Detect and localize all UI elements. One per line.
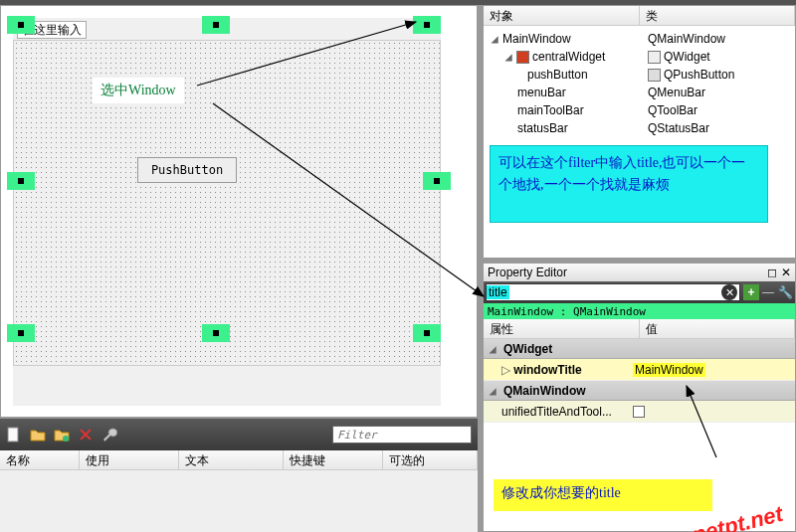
unpin-icon[interactable]: ◻ xyxy=(767,266,777,279)
selected-object-label: MainWindow : QMainWindow xyxy=(484,303,795,319)
wrench-icon[interactable] xyxy=(101,427,117,443)
button-icon xyxy=(648,69,661,82)
tree-row[interactable]: ◢centralWidget QWidget xyxy=(484,48,795,66)
resize-handle-w[interactable] xyxy=(7,172,35,190)
obj-header-row: 对象 类 xyxy=(484,6,795,26)
svg-rect-0 xyxy=(8,428,18,442)
col-text[interactable]: 文本 xyxy=(179,450,284,469)
central-widget-area[interactable] xyxy=(13,40,441,366)
action-editor-panel: 名称 使用 文本 快捷键 可选的 xyxy=(0,418,478,532)
resize-handle-ne[interactable] xyxy=(413,16,441,34)
widget-icon xyxy=(648,51,661,64)
action-headers: 名称 使用 文本 快捷键 可选的 xyxy=(0,450,478,470)
property-search-row: title ✕ + — 🔧 xyxy=(484,281,795,303)
filter-text: title xyxy=(487,285,509,299)
group-label: QMainWindow xyxy=(503,384,586,398)
property-editor-title: Property Editor ◻ ✕ xyxy=(484,264,795,281)
tree-row[interactable]: mainToolBar QToolBar xyxy=(484,101,795,119)
tree-class-name: QPushButton xyxy=(664,68,734,82)
folder-icon[interactable] xyxy=(30,427,46,443)
expand-toggle[interactable]: ◢ xyxy=(503,50,513,64)
annotation-filter-hint: 可以在这个filter中输入title,也可以一个一个地找,一个一个找就是麻烦 xyxy=(490,145,768,223)
main-window-canvas[interactable]: 在这里输入 PushButton 选中Window xyxy=(13,18,441,406)
panel-title-text: Property Editor xyxy=(488,266,567,279)
right-pane: 对象 类 ◢MainWindow QMainWindow ◢centralWid… xyxy=(483,5,796,532)
group-label: QWidget xyxy=(503,342,552,356)
col-class[interactable]: 类 xyxy=(640,6,796,25)
resize-handle-sw[interactable] xyxy=(7,324,35,342)
tree-obj-name: pushButton xyxy=(527,68,588,82)
layout-warning-icon xyxy=(516,51,529,64)
tree-obj-name: centralWidget xyxy=(532,50,605,64)
col-checkable[interactable]: 可选的 xyxy=(383,450,478,469)
resize-handle-s[interactable] xyxy=(202,324,230,342)
col-property[interactable]: 属性 xyxy=(484,319,640,338)
close-icon[interactable]: ✕ xyxy=(781,266,791,279)
push-button[interactable]: PushButton xyxy=(137,157,237,183)
designer-area[interactable]: 在这里输入 PushButton 选中Window xyxy=(0,5,478,418)
delete-action-icon[interactable] xyxy=(78,427,94,443)
tree-obj-name: mainToolBar xyxy=(517,103,584,117)
tree-class-name: QMenuBar xyxy=(648,86,705,99)
col-name[interactable]: 名称 xyxy=(0,450,80,469)
settings-icon[interactable]: 🔧 xyxy=(777,284,793,300)
main-layout: 在这里输入 PushButton 选中Window xyxy=(0,5,796,532)
minus-icon[interactable]: — xyxy=(762,285,774,299)
property-row-unified[interactable]: unifiedTitleAndTool... xyxy=(484,401,795,423)
col-object[interactable]: 对象 xyxy=(484,6,640,25)
tree-row[interactable]: statusBar QStatusBar xyxy=(484,119,795,137)
col-value[interactable]: 值 xyxy=(640,319,796,338)
prop-value-windowtitle[interactable]: MainWindow xyxy=(633,363,705,377)
col-used[interactable]: 使用 xyxy=(80,450,179,469)
tree-row[interactable]: pushButton QPushButton xyxy=(484,66,795,84)
expand-toggle[interactable]: ◢ xyxy=(490,32,499,46)
property-filter-input[interactable]: title ✕ xyxy=(486,283,740,301)
property-editor: Property Editor ◻ ✕ title ✕ + — 🔧 MainWi… xyxy=(483,263,796,532)
clear-filter-icon[interactable]: ✕ xyxy=(721,284,737,300)
checkbox-unified[interactable] xyxy=(633,406,645,418)
resize-handle-se[interactable] xyxy=(413,324,441,342)
object-tree[interactable]: ◢MainWindow QMainWindow ◢centralWidget Q… xyxy=(484,26,795,141)
prop-name: unifiedTitleAndTool... xyxy=(484,405,633,419)
annotation-modify-title: 修改成你想要的title xyxy=(494,479,712,511)
tree-class-name: QWidget xyxy=(664,50,710,64)
property-row-windowtitle[interactable]: ▷ windowTitle MainWindow xyxy=(484,359,795,381)
designer-pane: 在这里输入 PushButton 选中Window xyxy=(0,5,478,532)
col-shortcut[interactable]: 快捷键 xyxy=(284,450,383,469)
prop-name: windowTitle xyxy=(513,363,581,377)
prop-headers: 属性 值 xyxy=(484,319,795,339)
svg-point-1 xyxy=(63,436,69,442)
annotation-select-window: 选中Window xyxy=(93,78,184,103)
property-group[interactable]: ◢QMainWindow xyxy=(484,381,795,401)
tree-class-name: QMainWindow xyxy=(648,32,725,46)
resize-handle-e[interactable] xyxy=(423,172,451,190)
tree-obj-name: MainWindow xyxy=(502,32,571,46)
property-group[interactable]: ◢QWidget xyxy=(484,339,795,359)
tree-row[interactable]: menuBar QMenuBar xyxy=(484,84,795,101)
object-inspector: 对象 类 ◢MainWindow QMainWindow ◢centralWid… xyxy=(483,5,796,259)
edit-action-icon[interactable] xyxy=(54,427,70,443)
tree-obj-name: menuBar xyxy=(517,86,566,99)
resize-handle-n[interactable] xyxy=(202,16,230,34)
new-action-icon[interactable] xyxy=(6,427,22,443)
action-filter-input[interactable] xyxy=(332,426,472,443)
tree-class-name: QToolBar xyxy=(648,103,697,117)
add-dynamic-property-icon[interactable]: + xyxy=(743,284,759,300)
tree-row[interactable]: ◢MainWindow QMainWindow xyxy=(484,30,795,48)
action-toolbar xyxy=(0,419,478,450)
tree-class-name: QStatusBar xyxy=(648,121,709,135)
resize-handle-nw[interactable] xyxy=(7,16,35,34)
tree-obj-name: statusBar xyxy=(517,121,568,135)
